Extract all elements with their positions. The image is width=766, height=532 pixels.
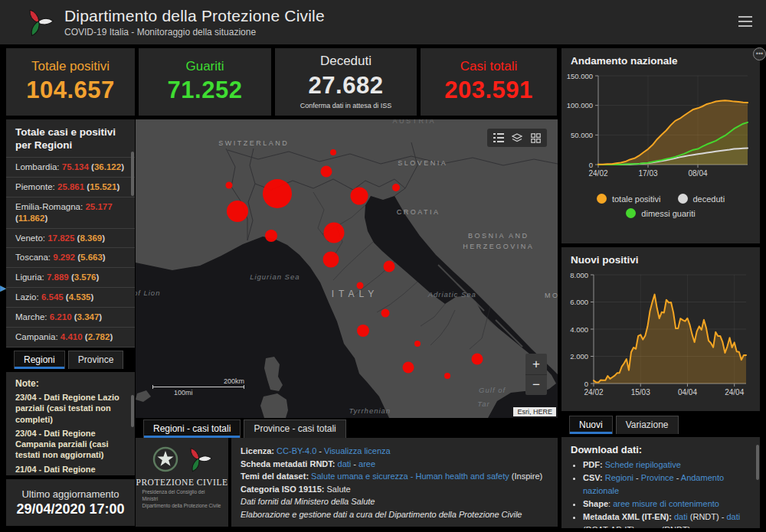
link[interactable]: aree misure di contenimento xyxy=(613,499,719,508)
last-update-panel: Ultimo aggiornamento 29/04/2020 17:00 xyxy=(6,479,135,526)
zoom-in-button[interactable]: + xyxy=(525,354,547,374)
chart-tab-variazione[interactable]: Variazione xyxy=(616,416,679,434)
svg-text:8.000: 8.000 xyxy=(570,271,588,279)
legend-item: deceduti xyxy=(678,194,725,204)
svg-text:6.000: 6.000 xyxy=(570,298,588,306)
map-bubble-toscana[interactable] xyxy=(323,251,339,267)
andamento-legend: totale positividecedutidimessi guariti xyxy=(561,188,760,218)
page-subtitle: COVID-19 Italia - Monitoraggio della sit… xyxy=(64,27,325,38)
map-bubble-lazio[interactable] xyxy=(357,325,369,337)
stat-note: Conferma dati in attesa di ISS xyxy=(300,102,392,109)
map-bubble-piemonte[interactable] xyxy=(227,201,248,222)
notes-title: Note: xyxy=(6,372,135,390)
scale-km-label: 200km xyxy=(152,377,244,385)
region-row[interactable]: Lazio: 6.545 (4.535) xyxy=(6,287,135,307)
org-subtitle: Presidenza del Consiglio dei MinistriDip… xyxy=(142,488,222,509)
license-panel: Licenza: CC-BY-4.0 - Visualizza licenzaS… xyxy=(231,438,558,527)
region-row[interactable]: Veneto: 17.825 (8.369) xyxy=(6,228,135,248)
panel-menu-icon[interactable]: ••• xyxy=(753,47,766,60)
map-bubble-molise[interactable] xyxy=(414,341,421,347)
note-line: 23/04 - Dati Regione Lazio parziali (cas… xyxy=(6,390,135,426)
region-row[interactable]: Marche: 6.210 (3.347) xyxy=(6,307,135,327)
region-row[interactable]: Toscana: 9.292 (5.663) xyxy=(6,247,135,267)
chart-tab-nuovi[interactable]: Nuovi xyxy=(569,416,613,434)
app-header: Dipartimento della Protezione Civile COV… xyxy=(0,0,766,44)
notes-scrollbar[interactable] xyxy=(131,395,134,427)
andamento-panel: Andamento nazionale 050.000100.000150.00… xyxy=(561,48,760,243)
map-bubble-emilia-romagna[interactable] xyxy=(323,222,344,243)
map-attribution: Esri, HERE xyxy=(513,407,556,416)
menu-icon[interactable] xyxy=(738,16,752,27)
svg-text:08/04: 08/04 xyxy=(688,169,707,178)
map-bubble-veneto[interactable] xyxy=(351,187,368,204)
link[interactable]: Schede riepilogative xyxy=(605,460,681,469)
link[interactable]: dati xyxy=(338,459,352,468)
regions-tabbar: RegioniProvince xyxy=(6,348,135,369)
map-bubble-puglia[interactable] xyxy=(471,354,483,365)
last-update-value: 29/04/2020 17:00 xyxy=(16,501,124,517)
svg-text:15/03: 15/03 xyxy=(631,388,650,397)
download-panel: Download dati: PDF: Schede riepilogative… xyxy=(561,437,760,528)
legend-icon[interactable] xyxy=(492,132,506,144)
legend-dot-icon xyxy=(678,194,688,204)
link[interactable]: aree xyxy=(642,525,659,528)
svg-text:150.000: 150.000 xyxy=(567,72,593,80)
svg-text:2.000: 2.000 xyxy=(570,352,588,361)
map-bubble-abruzzo[interactable] xyxy=(381,309,390,318)
left-panel-expander[interactable]: ▶ xyxy=(0,283,6,293)
map-panel[interactable]: SWITZERLANDAUSTRIASLOVENIACROATIABOSNIA … xyxy=(136,119,558,418)
zoom-out-button[interactable]: − xyxy=(525,374,547,395)
map-bubble-liguria[interactable] xyxy=(265,230,277,242)
map-bubble-lombardia[interactable] xyxy=(263,179,292,208)
link[interactable]: dati xyxy=(674,512,688,521)
legend-dot-icon xyxy=(626,208,636,218)
download-item: Metadata XML (IT-EN): dati (RNDT) - dati… xyxy=(583,511,760,528)
link[interactable]: aree xyxy=(358,459,375,468)
link[interactable]: CC-BY-4.0 xyxy=(277,446,316,455)
download-item: Shape: aree misure di contenimento xyxy=(583,498,760,511)
region-row[interactable]: Piemonte: 25.861 (15.521) xyxy=(6,177,135,197)
svg-text:17/03: 17/03 xyxy=(638,169,657,178)
map-basemap xyxy=(136,119,558,418)
stat-card-guariti: Guariti 71.252 xyxy=(139,48,271,116)
regions-scrollbar[interactable] xyxy=(131,152,134,196)
link[interactable]: Regioni xyxy=(605,473,633,482)
map-tab-province-casi-totali[interactable]: Province - casi totali xyxy=(244,419,345,438)
basemap-icon[interactable] xyxy=(529,132,542,144)
tab-regioni[interactable]: Regioni xyxy=(14,351,65,369)
map-bubble-marche[interactable] xyxy=(384,260,395,272)
note-line: 21/04 - Dati Regione Lombardia xyxy=(6,462,135,475)
svg-text:24/04: 24/04 xyxy=(725,388,744,397)
region-row[interactable]: Campania: 4.410 (2.782) xyxy=(6,327,135,347)
region-row[interactable]: Liguria: 7.889 (3.576) xyxy=(6,267,135,287)
regions-list-panel: Totale casi e positivi per Regioni Lomba… xyxy=(6,119,135,348)
stat-label: Guariti xyxy=(185,60,224,74)
svg-text:04/04: 04/04 xyxy=(678,388,697,397)
map-bubble-p-a-bolzano[interactable] xyxy=(330,149,336,155)
map-bubble-valle-d-aosta[interactable] xyxy=(225,182,232,189)
legend-item: dimessi guariti xyxy=(626,208,695,218)
map-bubble-friuli-venezia-giulia[interactable] xyxy=(392,184,400,191)
legend-item: totale positivi xyxy=(597,194,661,204)
map-zoom-control: + − xyxy=(525,354,547,395)
link[interactable]: Salute umana e sicurezza - Human health … xyxy=(311,472,509,481)
nuovi-positivi-chart: 02.0004.0006.0008.00024/0215/0304/0424/0… xyxy=(561,267,757,403)
map-bubble-p-a-trento[interactable] xyxy=(321,165,332,177)
link[interactable]: dati xyxy=(726,512,740,521)
region-row[interactable]: Lombardia: 75.134 (36.122) xyxy=(6,157,135,177)
link[interactable]: Visualizza licenza xyxy=(324,446,391,455)
map-bubble-campania[interactable] xyxy=(402,362,414,374)
layers-icon[interactable] xyxy=(510,132,524,144)
nuovi-positivi-title: Nuovi positivi xyxy=(561,247,760,267)
region-row[interactable]: P.A. Trento: 4.069 (1.463) xyxy=(6,347,135,348)
link[interactable]: Province xyxy=(641,473,674,482)
map-bubble-umbria[interactable] xyxy=(357,282,364,289)
tab-province[interactable]: Province xyxy=(68,351,124,369)
stat-value: 71.252 xyxy=(168,77,243,104)
map-tab-regioni-casi-totali[interactable]: Regioni - casi totali xyxy=(143,419,241,438)
download-scrollbar[interactable] xyxy=(756,445,759,480)
region-row[interactable]: Emilia-Romagna: 25.177 (11.862) xyxy=(6,197,135,228)
stat-card-casi-totali: Casi totali 203.591 xyxy=(421,48,557,116)
map-bubble-basilicata[interactable] xyxy=(444,373,450,379)
stat-value: 27.682 xyxy=(309,72,384,100)
